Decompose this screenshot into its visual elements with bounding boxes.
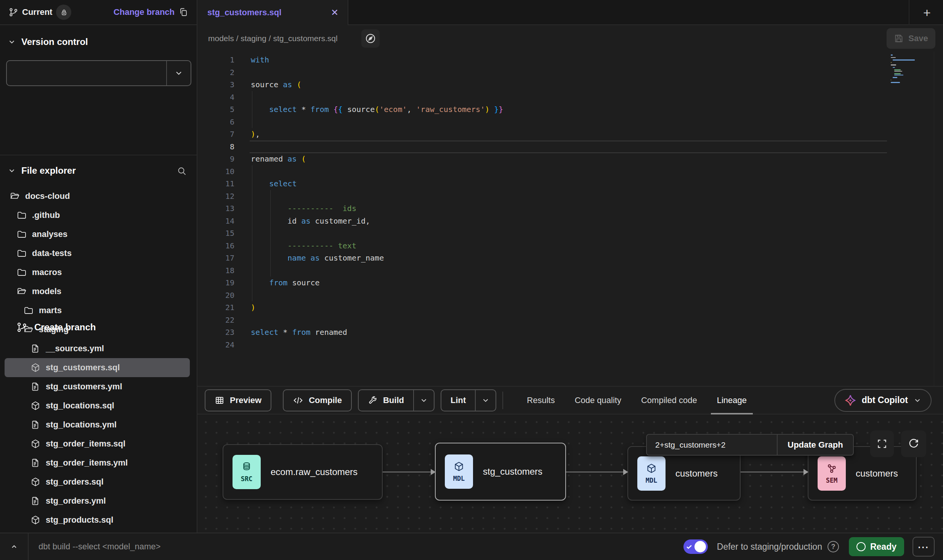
new-tab-button[interactable]: + [916,3,938,22]
line-number: 11 [197,178,234,190]
tree-item--github[interactable]: .github [5,206,190,225]
tab-compiled-code[interactable]: Compiled code [631,387,707,414]
tree-item-label: stg_orders.yml [46,496,106,506]
tree-item-stg-customers-yml[interactable]: stg_customers.yml [5,377,190,396]
lineage-selector-input[interactable]: 2+stg_customers+2 [647,435,777,455]
version-control-header[interactable]: Version control [0,32,197,52]
code-content[interactable]: withsource as ( select * from {{ source(… [251,54,503,351]
tree-item-data-tests[interactable]: data-tests [5,244,190,263]
close-icon[interactable]: ✕ [331,7,338,18]
graph-icon [826,463,837,474]
change-branch-link[interactable]: Change branch [114,7,175,17]
tree-item-stg-locations-sql[interactable]: stg_locations.sql [5,396,190,415]
fullscreen-button[interactable] [870,430,894,457]
line-number: 7 [197,128,234,141]
code-line-12[interactable] [251,190,503,203]
tree-item-stg-locations-yml[interactable]: stg_locations.yml [5,415,190,434]
code-line-14[interactable]: id as customer_id, [251,215,503,227]
code-line-18[interactable] [251,264,503,277]
code-line-20[interactable] [251,289,503,302]
tab-results[interactable]: Results [517,387,565,414]
search-icon[interactable] [177,166,187,176]
lint-dropdown[interactable] [476,390,496,411]
tree-item-stg-order-items-sql[interactable]: stg_order_items.sql [5,434,190,453]
minimap[interactable] [891,54,933,85]
code-line-22[interactable] [251,314,503,326]
code-line-6[interactable] [251,116,503,128]
help-icon[interactable]: ? [828,541,839,552]
build-dropdown[interactable] [414,390,434,411]
tree-item-stg-orders-sql[interactable]: stg_orders.sql [5,472,190,491]
update-graph-button[interactable]: Update Graph [778,435,853,455]
create-branch-dropdown[interactable] [167,61,191,85]
command-input[interactable]: dbt build --select <model_name> [38,542,683,552]
tree-item-stg-customers-sql[interactable]: stg_customers.sql [5,358,190,377]
tab-lineage[interactable]: Lineage [707,387,757,414]
code-line-13[interactable]: ---------- ids [251,202,503,215]
code-line-15[interactable] [251,227,503,240]
build-button[interactable]: Build [358,389,435,411]
code-line-3[interactable]: source as ( [251,78,503,91]
code-line-24[interactable] [251,339,503,351]
code-editor[interactable]: 123456789101112131415161718192021222324 … [197,51,943,386]
tab-title: stg_customers.sql [207,8,281,18]
code-line-5[interactable]: select * from {{ source('ecom', 'raw_cus… [251,103,503,116]
tree-item-analyses[interactable]: analyses [5,225,190,244]
explore-lineage-button[interactable] [361,29,380,48]
lineage-node-stg-customers[interactable]: MDLstg_customers [435,443,566,501]
lineage-edge [383,472,435,472]
tree-item-staging[interactable]: staging [5,320,190,339]
tree-item-stg-orders-yml[interactable]: stg_orders.yml [5,491,190,510]
code-line-16[interactable]: ---------- text [251,240,503,252]
tree-item-label: marts [39,306,62,315]
code-line-4[interactable] [251,91,503,104]
code-line-21[interactable]: ) [251,301,503,314]
tab-code-quality[interactable]: Code quality [565,387,631,414]
tree-item-stg-order-items-yml[interactable]: stg_order_items.yml [5,453,190,472]
expand-command-bar-button[interactable] [0,533,29,560]
model-icon [30,515,40,525]
file-explorer-header[interactable]: File explorer [0,161,197,181]
editor-tab-stg-customers[interactable]: stg_customers.sql ✕ [197,0,348,25]
dbt-copilot-button[interactable]: dbt Copilot [834,389,932,412]
tree-item--sources-yml[interactable]: __sources.yml [5,339,190,358]
tree-item-docs-cloud[interactable]: docs-cloud [5,187,190,206]
panel-tabs: ResultsCode qualityCompiled codeLineage [517,387,757,414]
node-label: customers [856,468,898,479]
tree-item-macros[interactable]: macros [5,263,190,282]
line-number: 20 [197,289,234,302]
tree-item-label: models [32,286,61,296]
code-line-9[interactable]: renamed as ( [251,153,503,165]
tree-item-models[interactable]: models [5,282,190,301]
tree-item-label: stg_locations.yml [46,420,117,430]
compass-icon [365,33,376,44]
code-line-19[interactable]: from source [251,277,503,289]
refresh-button[interactable] [901,430,926,457]
create-branch-button[interactable]: Create branch [6,60,191,86]
code-line-7[interactable]: ), [251,128,503,141]
lineage-node-ecom-raw-customers[interactable]: SRCecom.raw_customers [223,444,383,500]
compile-button[interactable]: Compile [283,389,352,411]
tree-item-stg-products-sql[interactable]: stg_products.sql [5,510,190,530]
tree-item-marts[interactable]: marts [5,301,190,320]
lint-button[interactable]: Lint [441,389,496,411]
code-line-8[interactable] [251,141,503,153]
save-button[interactable]: Save [887,28,935,49]
code-line-23[interactable]: select * from renamed [251,326,503,339]
code-line-17[interactable]: name as customer_name [251,252,503,264]
code-line-11[interactable]: select [251,178,503,190]
code-line-2[interactable] [251,66,503,79]
current-branch-label: Current [22,7,52,17]
code-icon [293,395,303,406]
code-line-10[interactable] [251,165,503,178]
preview-button[interactable]: Preview [205,389,271,411]
more-options-button[interactable]: ⋯ [913,537,935,557]
copy-icon[interactable] [178,7,188,17]
code-line-1[interactable]: with [251,54,503,66]
cube-icon [646,463,657,474]
defer-toggle[interactable] [683,539,708,554]
folder-open-icon [24,325,34,334]
src-badge: SRC [233,455,261,489]
model-icon [30,439,40,449]
chevron-down-icon [8,166,16,175]
